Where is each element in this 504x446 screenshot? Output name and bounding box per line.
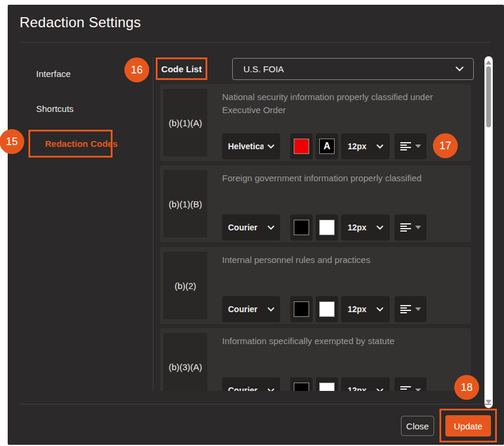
scrollbar-thumb[interactable] — [486, 66, 491, 127]
font-family-select[interactable]: Courier — [222, 296, 280, 322]
fill-color-button[interactable] — [290, 214, 313, 240]
align-left-icon — [400, 305, 411, 313]
update-button[interactable]: Update — [445, 415, 491, 437]
chevron-down-icon — [268, 226, 274, 230]
code-label-box: (b)(1)(A) — [163, 89, 207, 156]
code-list-selected-value: U.S. FOIA — [243, 64, 284, 74]
font-family-value: Courier — [228, 386, 258, 391]
code-label-box: (b)(1)(B) — [163, 170, 207, 238]
scroll-up-icon[interactable] — [486, 60, 492, 65]
screenshot-stage: Redaction Settings Interface Shortcuts R… — [0, 0, 504, 446]
fill-color-swatch — [294, 383, 309, 391]
annotation-badge-17: 17 — [433, 133, 458, 158]
font-family-value: Helvetica — [228, 142, 264, 151]
text-align-select[interactable] — [394, 377, 426, 391]
text-color-button[interactable] — [316, 296, 338, 322]
annotation-badge-16: 16 — [124, 57, 149, 82]
text-color-swatch — [319, 301, 335, 317]
chevron-down-icon — [268, 389, 274, 392]
caret-down-icon — [415, 145, 421, 148]
annotation-badge-18: 18 — [454, 375, 479, 400]
code-description: Internal personnel rules and practices — [222, 254, 460, 267]
code-style-controls: Courier 12px — [222, 377, 426, 391]
font-family-value: Courier — [228, 223, 258, 232]
code-label: (b)(2) — [175, 281, 197, 291]
chevron-down-icon — [268, 145, 274, 149]
text-align-select[interactable] — [394, 296, 426, 322]
redaction-code-row: (b)(3)(A) Information specifically exemp… — [160, 328, 471, 391]
code-list-select[interactable]: U.S. FOIA — [232, 58, 474, 80]
caret-down-icon — [415, 226, 421, 229]
chevron-down-icon — [455, 66, 464, 72]
font-size-select[interactable]: 12px — [341, 133, 390, 159]
code-style-controls: Courier 12px — [222, 214, 426, 240]
footer-divider — [20, 404, 491, 405]
fill-color-button[interactable] — [290, 377, 313, 391]
font-family-select[interactable]: Courier — [222, 377, 280, 391]
code-label: (b)(1)(A) — [169, 118, 203, 128]
text-align-select[interactable] — [394, 214, 426, 240]
code-list-scroll-area: (b)(1)(A) National security information … — [160, 84, 474, 391]
fill-color-button[interactable] — [290, 133, 313, 159]
font-size-value: 12px — [348, 304, 367, 314]
caret-down-icon — [415, 389, 421, 391]
redaction-code-row: (b)(1)(B) Foreign government information… — [160, 165, 471, 242]
text-color-button[interactable] — [316, 214, 338, 240]
redaction-settings-dialog: Redaction Settings Interface Shortcuts R… — [8, 5, 504, 445]
text-color-swatch — [319, 383, 335, 391]
text-color-button[interactable]: A — [316, 133, 338, 159]
align-left-icon — [400, 386, 411, 391]
font-size-select[interactable]: 12px — [341, 377, 390, 391]
font-family-select[interactable]: Helvetica — [222, 133, 280, 159]
code-label-box: (b)(3)(A) — [163, 333, 207, 391]
code-description: Information specifically exempted by sta… — [222, 335, 460, 348]
align-left-icon — [400, 142, 411, 150]
font-family-select[interactable]: Courier — [222, 214, 280, 240]
code-description: Foreign government information properly … — [222, 172, 460, 185]
code-description: National security information properly c… — [222, 91, 460, 117]
text-color-swatch: A — [319, 139, 335, 154]
dialog-title: Redaction Settings — [20, 14, 141, 31]
sidebar-item-redaction-codes[interactable]: Redaction Codes — [45, 139, 118, 149]
chevron-down-icon — [377, 389, 383, 392]
text-align-select[interactable] — [394, 133, 426, 159]
fill-color-swatch — [294, 301, 309, 317]
text-preview-letter: A — [323, 142, 330, 151]
code-style-controls: Courier 12px — [222, 296, 426, 322]
caret-down-icon — [415, 307, 421, 311]
chevron-down-icon — [268, 307, 274, 312]
fill-color-button[interactable] — [290, 296, 313, 322]
code-label-box: (b)(2) — [163, 252, 207, 319]
fill-color-swatch — [294, 139, 309, 154]
fill-color-swatch — [294, 220, 309, 235]
code-list-label: Code List — [156, 57, 207, 80]
font-size-value: 12px — [348, 223, 367, 232]
scroll-down-icon[interactable] — [486, 400, 492, 404]
chevron-down-icon — [377, 226, 383, 230]
chevron-down-icon — [377, 145, 383, 149]
font-family-value: Courier — [228, 304, 258, 314]
font-size-value: 12px — [348, 142, 367, 151]
close-button[interactable]: Close — [401, 416, 434, 436]
code-style-controls: Helvetica A 12px — [222, 133, 426, 159]
sidebar-item-shortcuts[interactable]: Shortcuts — [36, 104, 73, 114]
sidebar-divider — [153, 57, 153, 391]
font-size-select[interactable]: 12px — [341, 296, 390, 322]
redaction-code-row: (b)(2) Internal personnel rules and prac… — [160, 247, 471, 324]
code-label: (b)(3)(A) — [169, 362, 203, 372]
text-color-swatch — [319, 220, 335, 235]
sidebar-item-interface[interactable]: Interface — [36, 69, 70, 79]
text-color-button[interactable] — [316, 377, 338, 391]
font-size-value: 12px — [348, 386, 367, 391]
vertical-scrollbar[interactable] — [484, 56, 493, 408]
code-label: (b)(1)(B) — [169, 199, 203, 209]
align-left-icon — [400, 223, 411, 232]
chevron-down-icon — [377, 307, 383, 312]
redaction-code-row: (b)(1)(A) National security information … — [160, 84, 471, 161]
font-size-select[interactable]: 12px — [341, 214, 390, 240]
header-divider — [20, 42, 491, 43]
annotation-badge-15: 15 — [0, 129, 24, 154]
